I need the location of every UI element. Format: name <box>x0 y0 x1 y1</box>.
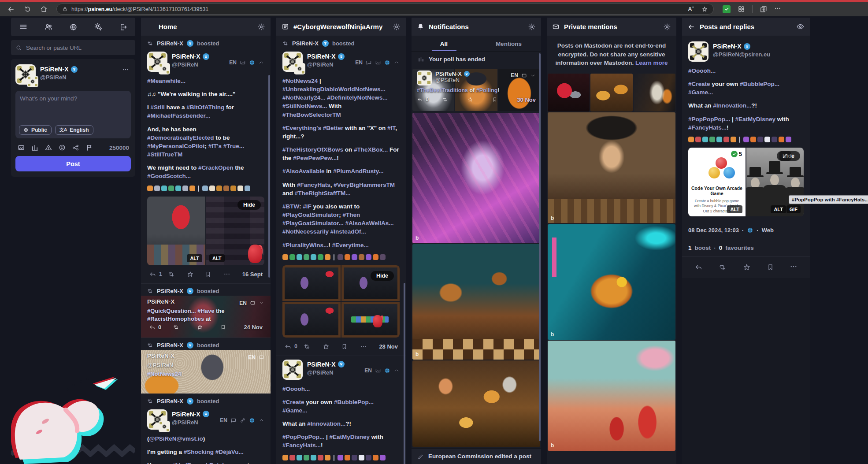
media-attachment[interactable] <box>548 74 590 111</box>
column-settings-icon[interactable] <box>663 23 671 31</box>
hide-media-button[interactable]: Hide <box>371 271 394 281</box>
avatar[interactable] <box>282 360 303 380</box>
bookmark-button[interactable] <box>341 343 360 350</box>
profile-more-icon[interactable] <box>120 64 131 77</box>
bookmark-button[interactable] <box>492 97 517 102</box>
post-date[interactable]: 28 Nov <box>379 343 398 350</box>
hashtag-link[interactable]: #PlumAndRusty... <box>333 168 384 174</box>
media-attachment[interactable] <box>634 74 675 111</box>
menu-icon[interactable] <box>19 22 28 31</box>
avatar[interactable] <box>282 52 303 72</box>
read-aloud-icon[interactable]: A" <box>688 6 694 12</box>
hashtag-link[interactable]: #PopPopPop... <box>282 434 324 440</box>
post-with-media-background[interactable]: PSiReN-X EN @PSiReN #NotNews24! <box>141 350 271 394</box>
hashtag-link[interactable]: #Everytime... <box>332 242 368 249</box>
expand-post-icon[interactable] <box>259 300 264 306</box>
hashtag-link[interactable]: #Then <box>343 212 360 218</box>
hashtag-link[interactable]: #TheBestTraditions <box>417 87 468 93</box>
post-more-icon[interactable] <box>360 343 379 350</box>
hashtag-link[interactable]: #EatMyDisney <box>330 434 370 440</box>
hashtag-link[interactable]: #Innovation... <box>307 420 345 427</box>
expand-media-icon[interactable] <box>779 151 791 161</box>
hashtag-link[interactable]: #DefinitelyNotNews... <box>327 94 387 101</box>
hashtag-link[interactable]: #TheRightStaffTM... <box>295 190 351 197</box>
reply-button[interactable]: 1 <box>149 271 167 278</box>
user-handle[interactable]: @PSiReN <box>307 61 351 68</box>
boost-button[interactable] <box>167 271 186 278</box>
hashtag-link[interactable]: #TheHistoryOfXBows <box>282 146 343 153</box>
media-attachment[interactable]: b <box>548 341 675 451</box>
poll-icon[interactable] <box>31 144 39 152</box>
media-attachment-arcade-card[interactable]: 5 Code Your Own Arcade Game Create a bub… <box>688 148 746 216</box>
favourite-button[interactable] <box>467 97 492 103</box>
hashtag-link[interactable]: #MichaelFassbender... <box>147 112 210 119</box>
hashtag-link[interactable]: #StillTrueTM <box>147 151 182 158</box>
column-settings-icon[interactable] <box>393 23 401 31</box>
media-attachment[interactable] <box>590 74 632 111</box>
hashtag-link[interactable]: #NotNews24 <box>147 371 181 377</box>
hashtag-link[interactable]: #Ooooh... <box>282 386 310 392</box>
tab-mentions[interactable]: Mentions <box>476 36 541 51</box>
favourite-count[interactable]: 0 <box>719 245 723 251</box>
reply-button[interactable]: 0 <box>149 324 173 330</box>
user-handle[interactable]: @PSiReN <box>435 77 507 83</box>
share-icon[interactable] <box>72 144 80 152</box>
hashtag-link[interactable]: #DemocraticallyElected <box>147 134 214 141</box>
hashtag-link[interactable]: #TheBowSelectorTM <box>282 111 341 118</box>
collapse-post-icon[interactable] <box>258 417 264 423</box>
display-name[interactable]: PSiReN-X <box>307 53 336 60</box>
hashtag-link[interactable]: #Create <box>282 399 304 405</box>
display-name[interactable]: PSiReN-X <box>713 43 742 50</box>
bookmark-button[interactable] <box>220 324 244 330</box>
hashtag-link[interactable]: #PlayGoatSimulator <box>282 212 339 218</box>
hashtag-link[interactable]: #NotNews24 <box>282 78 318 84</box>
visibility-button[interactable]: Public <box>19 125 52 135</box>
reply-button[interactable]: 0 <box>417 97 442 103</box>
media-attachment[interactable]: b <box>548 112 675 223</box>
notification-edited[interactable]: European Commission edited a post <box>412 448 541 464</box>
federation-globe-icon[interactable] <box>69 23 78 31</box>
flag-icon[interactable] <box>85 144 93 152</box>
hashtag-link[interactable]: #NotNearly24... <box>282 94 326 101</box>
display-name[interactable]: PSiReN-X <box>147 353 174 359</box>
notification-post[interactable]: PSiReN-X @PSiReN EN #TheBestTraditions o… <box>412 69 540 111</box>
favourite-button[interactable] <box>197 324 220 330</box>
collapse-post-icon[interactable] <box>393 59 400 66</box>
favourite-button[interactable] <box>322 343 341 350</box>
hashtag-link[interactable]: #VeryBigHammersTM <box>334 182 395 188</box>
user-handle[interactable]: @PSiReN <box>172 419 215 426</box>
boost-button[interactable] <box>173 324 197 330</box>
post-application[interactable]: Web <box>762 227 774 234</box>
hashtag-link[interactable]: #BTW <box>282 203 299 210</box>
hashtag-link[interactable]: #Polling <box>476 87 498 93</box>
bookmark-button[interactable] <box>767 264 774 271</box>
scrollbar-thumb[interactable] <box>268 75 270 278</box>
hashtag-link[interactable]: #TheXBox... <box>354 146 388 153</box>
boost-button[interactable] <box>718 263 727 271</box>
hashtag-link[interactable]: #FancyHats... <box>688 124 727 131</box>
collapse-post-icon[interactable] <box>258 59 264 66</box>
hashtag-link[interactable]: #MyPersonalCoPilot <box>147 143 205 149</box>
media-attachment[interactable]: b <box>412 244 540 360</box>
hashtag-link[interactable]: #EatMyDisney <box>735 116 776 122</box>
hashtag-link[interactable]: #FancyHats... <box>282 442 321 449</box>
media-attachment[interactable]: Hide <box>341 265 400 301</box>
media-attachment[interactable]: ALT <box>147 197 205 265</box>
hide-media-button[interactable]: Hide <box>237 200 261 210</box>
media-attachment[interactable] <box>282 302 341 338</box>
content-warning-icon[interactable] <box>45 144 52 152</box>
hashtag-link[interactable]: #QuickQuestion... <box>147 308 196 314</box>
favourite-button[interactable] <box>186 271 205 278</box>
column-settings-icon[interactable] <box>528 23 536 31</box>
display-name[interactable]: PSiReN-X <box>147 298 174 305</box>
gif-badge[interactable]: GIF <box>786 205 801 213</box>
post-button[interactable]: Post <box>15 156 131 171</box>
hashtag-link[interactable]: #UnbreaklingDiabloWorldNotNews... <box>282 86 386 93</box>
user-handle[interactable]: @PSiReN <box>307 369 360 376</box>
alt-badge[interactable]: ALT <box>771 205 786 213</box>
hashtag-link[interactable]: #Create <box>688 81 710 87</box>
avatar[interactable] <box>147 52 167 72</box>
hashtag-link[interactable]: #BitOfAThing <box>186 104 224 111</box>
avatar[interactable] <box>147 409 167 430</box>
collections-icon[interactable] <box>760 5 767 13</box>
